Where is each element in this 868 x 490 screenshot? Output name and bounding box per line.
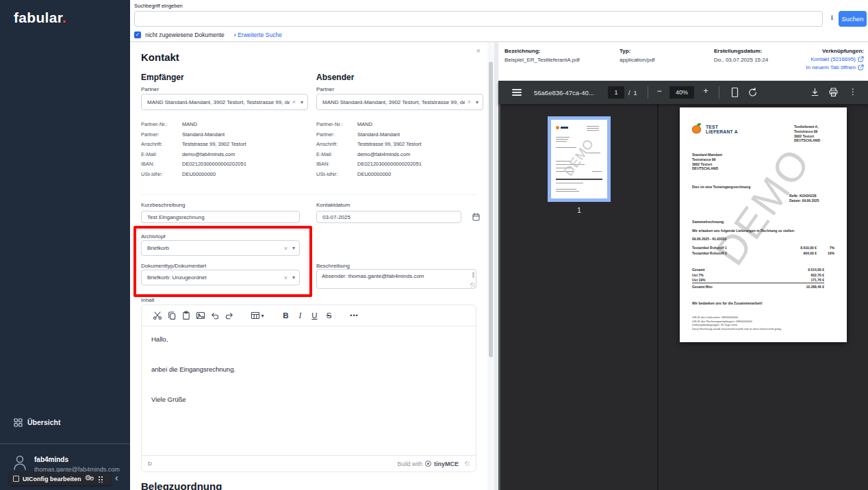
editor-line: Hallo, <box>151 335 466 343</box>
print-icon[interactable] <box>828 87 839 98</box>
undo-icon[interactable] <box>207 309 222 323</box>
detail-value: Teststrasse 99, 3902 Testort <box>357 141 422 147</box>
clear-icon[interactable]: × <box>284 245 288 252</box>
zoom-out-button[interactable]: − <box>654 86 664 96</box>
close-icon[interactable]: × <box>476 47 481 55</box>
sidebar-collapse-button[interactable]: ‹ <box>115 472 118 483</box>
thumb-logo-text-decor <box>561 127 568 129</box>
meta-label: Erstellungsdatum: <box>714 48 768 54</box>
bold-button[interactable]: B <box>279 309 293 323</box>
more-options-icon[interactable]: ••• <box>347 309 361 323</box>
archive-select[interactable]: Briefkorb × ▾ <box>141 240 300 256</box>
editor-statusbar: D Build with tinyMCE <box>142 455 476 472</box>
chevron-down-icon[interactable]: ▾ <box>476 99 478 105</box>
rotate-icon[interactable] <box>748 87 758 98</box>
editor-element-path[interactable]: D <box>148 461 152 467</box>
copy-icon[interactable] <box>164 309 179 323</box>
invoice-ref: ReNr: KI3434228 <box>789 194 816 198</box>
editor-content[interactable]: Hallo, anbei die Eingangsrechnung. Viele… <box>142 326 476 455</box>
description-value: Absender: thomas.gante@fab4minds.com <box>322 273 424 279</box>
chevron-down-icon[interactable]: ▾ <box>292 245 295 251</box>
chevron-right-icon: › <box>234 31 236 38</box>
clear-icon[interactable]: × <box>292 99 296 105</box>
redo-icon[interactable] <box>222 309 236 323</box>
meta-label: Typ: <box>620 48 655 54</box>
open-new-tab-link[interactable]: In neuem Tab öffnen <box>806 64 864 70</box>
invoice-total-rule <box>692 283 824 283</box>
invoice-body-line: Wir erlauben uns folgende Lieferungen in… <box>692 229 795 233</box>
detail-row: E-Mail: <box>316 151 332 157</box>
app-logo: fabular. <box>14 10 66 26</box>
gears-icon[interactable]: ⚙⚙ <box>85 474 94 482</box>
meta-links: Verknüpfungen: Kontakt (5216695) In neue… <box>806 48 864 70</box>
search-input[interactable] <box>134 11 823 27</box>
links-label: Verknüpfungen: <box>806 48 864 54</box>
short-desc-input[interactable] <box>141 211 300 223</box>
cut-icon[interactable] <box>150 309 164 323</box>
detail-value: Teststrasse 99, 3902 Testort <box>182 141 246 147</box>
detail-row: Anschrift: <box>141 141 162 147</box>
detail-value: DEU00000000 <box>357 171 391 177</box>
detail-row: Anschrift: <box>316 141 337 147</box>
meta-label: Bezeichnung: <box>505 48 580 54</box>
menu-icon[interactable] <box>512 89 522 96</box>
section-divider <box>141 194 476 195</box>
image-icon[interactable] <box>193 309 207 323</box>
table-icon[interactable]: ▾ <box>247 309 268 323</box>
sidebar-item-label: Übersicht <box>27 418 60 426</box>
recipient-partner-select[interactable]: MAND Standard-Mandant, 3902 Testort, Tes… <box>141 94 308 110</box>
editor-resize-handle[interactable] <box>465 461 470 466</box>
unassigned-docs-checkbox[interactable]: ✓ <box>134 31 141 38</box>
more-options-icon[interactable]: ⋮ <box>849 87 857 96</box>
chevron-down-icon[interactable]: ▾ <box>301 99 303 105</box>
paste-icon[interactable] <box>179 309 193 323</box>
page-number-input[interactable]: 1 <box>608 86 624 99</box>
uiconfig-widget: UIConfig bearbeiten ⚙⚙ <box>10 472 111 485</box>
form-scrollbar[interactable] <box>487 42 494 490</box>
detail-value: demo@fab4minds.com <box>357 151 410 157</box>
logo-dot: . <box>62 10 66 25</box>
uiconfig-checkbox[interactable] <box>13 476 19 482</box>
scrollbar-thumb[interactable] <box>489 62 493 357</box>
invoice-thanks: Wir bedanken uns für die Zusammenarbeit! <box>692 301 763 306</box>
calendar-icon[interactable] <box>472 213 480 221</box>
description-textarea[interactable]: Absender: thomas.gante@fab4minds.com <box>316 269 476 289</box>
drag-handle-icon[interactable] <box>98 476 103 482</box>
zoom-in-button[interactable]: + <box>701 86 711 96</box>
doc-type-select[interactable]: Briefkorb: Unzugeordnet × ▾ <box>141 270 300 285</box>
chevron-down-icon[interactable]: ▾ <box>292 274 295 281</box>
sender-partner-value: MAND Standard-Mandant, 3902 Testort, Tes… <box>322 99 465 105</box>
page-thumbnail[interactable]: DEMO <box>548 116 611 202</box>
supplier-address: Testlieferant A, Teststrasse 99 3902 Tes… <box>794 125 820 143</box>
zoom-level[interactable]: 40% <box>669 86 694 99</box>
sidebar-divider <box>0 443 130 444</box>
download-icon[interactable] <box>810 87 820 98</box>
panel-resize-grip[interactable] <box>498 104 500 490</box>
detail-value: DE02120300000000202051 <box>182 161 246 167</box>
sender-partner-select[interactable]: MAND Standard-Mandant, 3902 Testort, Tes… <box>316 94 483 110</box>
user-name: fab4minds <box>34 456 68 463</box>
kontakt-link[interactable]: Kontakt (5216695) <box>806 56 864 62</box>
recipient-partner-label: Partner <box>141 86 159 92</box>
advanced-search-link[interactable]: › Erweiterte Suche <box>234 31 282 38</box>
detail-row: Partner-Nr.: <box>141 121 168 127</box>
underline-button[interactable]: U <box>307 309 322 323</box>
meta-field: Typ: application/pdf <box>620 48 655 63</box>
italic-button[interactable]: I <box>293 309 307 323</box>
content-label: Inhalt <box>141 297 155 303</box>
textarea-scrollbar[interactable] <box>472 272 474 278</box>
recipient-partner-value: MAND Standard-Mandant, 3902 Testort, Tes… <box>147 99 290 105</box>
invoice-total-row: Ust 7%602,70 € <box>692 273 824 278</box>
tinymce-brand-text[interactable]: tinyMCE <box>434 461 459 467</box>
resize-handle[interactable] <box>470 283 475 287</box>
fit-page-icon[interactable] <box>730 87 740 98</box>
invoice-intro: Dies ist eine Testeingangsrechnung <box>692 185 750 190</box>
contact-date-input[interactable] <box>316 211 461 223</box>
clear-icon[interactable]: × <box>284 274 288 281</box>
editor-branding: Build with tinyMCE <box>398 461 470 467</box>
sidebar-item-uebersicht[interactable]: Übersicht <box>0 413 130 433</box>
strikethrough-button[interactable]: S <box>322 309 336 323</box>
info-icon[interactable]: i <box>831 14 833 21</box>
search-button[interactable]: Suchen <box>839 11 867 27</box>
clear-icon[interactable]: × <box>468 99 471 105</box>
